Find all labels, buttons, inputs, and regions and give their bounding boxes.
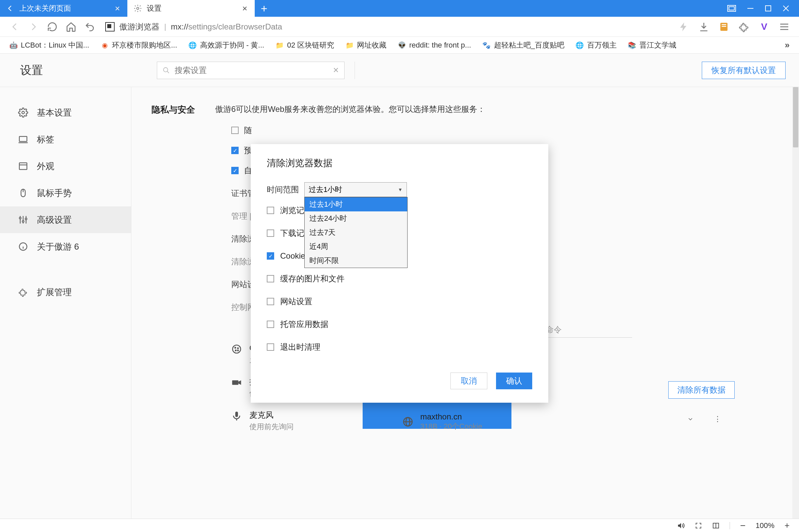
close-window-icon[interactable] xyxy=(782,5,789,12)
site-actions: ⋮ xyxy=(687,415,721,423)
sidebar-item-extensions[interactable]: 扩展管理 xyxy=(0,279,131,306)
tab-last-session[interactable]: 上次未关闭页面 × xyxy=(0,0,127,17)
globe-icon: 🌐 xyxy=(189,41,197,49)
folder-icon: 📁 xyxy=(276,41,283,49)
settings-search[interactable]: ✕ xyxy=(157,62,345,79)
svg-point-31 xyxy=(233,345,241,353)
addr-separator: | xyxy=(164,22,166,31)
svg-point-26 xyxy=(22,221,24,223)
bookmark-item[interactable]: 🤖LCBot：Linux 中国... xyxy=(10,40,89,50)
cancel-button[interactable]: 取消 xyxy=(450,373,487,389)
checkbox-icon[interactable] xyxy=(267,275,274,282)
time-range-select[interactable]: 过去1小时 ▼ 过去1小时 过去24小时 过去7天 近4周 时间不限 xyxy=(304,182,407,197)
sidebar-item-gestures[interactable]: 鼠标手势 xyxy=(0,179,131,206)
dlg-option-cache[interactable]: 缓存的图片和文件 xyxy=(267,273,532,284)
camera-icon xyxy=(231,377,242,388)
undo-nav-icon[interactable] xyxy=(85,21,95,32)
checkbox-icon[interactable] xyxy=(267,207,274,214)
dropdown-option[interactable]: 过去7天 xyxy=(305,226,407,240)
cookie-icon xyxy=(231,344,242,355)
clear-all-data-button[interactable]: 清除所有数据 xyxy=(668,381,735,399)
home-icon[interactable] xyxy=(66,21,76,32)
dropdown-option[interactable]: 时间不限 xyxy=(305,253,407,268)
flash-icon[interactable] xyxy=(679,21,689,32)
checkbox-icon[interactable] xyxy=(267,298,274,305)
svg-point-25 xyxy=(19,217,21,219)
checkbox-icon[interactable]: ✓ xyxy=(267,252,274,260)
bookmark-item[interactable]: 👽reddit: the front p... xyxy=(398,41,471,50)
zoom-out-icon[interactable]: − xyxy=(740,520,745,531)
section-title: 隐私与安全 xyxy=(151,104,195,116)
note-icon[interactable] xyxy=(719,21,729,32)
maxthon-logo-icon xyxy=(105,22,115,32)
dropdown-option[interactable]: 近4周 xyxy=(305,240,407,253)
sidebar-item-about[interactable]: 关于傲游 6 xyxy=(0,233,131,260)
bookmark-item[interactable]: ◉环京楼市限购地区... xyxy=(100,40,177,50)
option-row[interactable]: 随 xyxy=(231,125,779,136)
mouse-icon xyxy=(18,188,28,198)
clear-icon[interactable]: ✕ xyxy=(333,66,339,75)
restore-defaults-button[interactable]: 恢复所有默认设置 xyxy=(702,62,786,79)
svg-point-27 xyxy=(25,218,27,220)
sliders-icon xyxy=(18,215,28,225)
checkbox-icon[interactable]: ✓ xyxy=(231,167,239,174)
clear-data-dialog: 清除浏览器数据 时间范围 过去1小时 ▼ 过去1小时 过去24小时 过去7天 近… xyxy=(251,144,548,403)
statusbar: − 100% + xyxy=(0,519,799,532)
bookmark-item[interactable]: 🌐高效源于协同 - 黄... xyxy=(189,40,264,50)
search-input[interactable] xyxy=(174,66,328,75)
checkbox-icon[interactable] xyxy=(267,229,274,237)
bookmark-item[interactable]: 🐾超轻粘土吧_百度贴吧 xyxy=(483,40,564,50)
scrollbar[interactable] xyxy=(792,87,799,519)
download-icon[interactable] xyxy=(699,21,709,32)
minimize-icon[interactable] xyxy=(747,5,754,12)
dlg-option-exit[interactable]: 退出时清理 xyxy=(267,342,532,353)
sidebar-item-tabs[interactable]: 标签 xyxy=(0,126,131,153)
v-icon[interactable]: V xyxy=(759,21,769,32)
time-range-label: 时间范围 xyxy=(267,184,299,195)
panels-icon[interactable] xyxy=(727,5,736,12)
toolbar: 傲游浏览器 | mx://settings/clearBrowserData V xyxy=(0,17,799,37)
chevron-down-icon[interactable] xyxy=(687,415,694,423)
dropdown-option[interactable]: 过去1小时 xyxy=(305,197,407,211)
ok-button[interactable]: 确认 xyxy=(496,373,532,389)
bookmark-overflow-icon[interactable]: » xyxy=(785,40,789,50)
bookmark-item[interactable]: 📚晋江文学城 xyxy=(628,40,676,50)
zoom-in-icon[interactable]: + xyxy=(785,520,789,531)
volume-icon[interactable] xyxy=(677,521,685,530)
more-icon[interactable]: ⋮ xyxy=(714,415,721,423)
checkbox-icon[interactable] xyxy=(267,321,274,328)
maximize-icon[interactable] xyxy=(765,5,772,12)
site-row[interactable]: maxthon.cn318B · 20个Cookie xyxy=(402,412,482,432)
close-icon[interactable]: × xyxy=(241,3,249,14)
dlg-option-site[interactable]: 网站设置 xyxy=(267,296,532,307)
dropdown-option[interactable]: 过去24小时 xyxy=(305,211,407,226)
bookmark-item[interactable]: 📁网址收藏 xyxy=(346,40,386,50)
settings-sidebar: 基本设置 标签 外观 鼠标手势 高级设置 关于傲游 6 扩展管理 xyxy=(0,87,131,519)
laptop-icon xyxy=(18,134,28,145)
extension-icon[interactable] xyxy=(739,21,749,32)
dlg-option-hosted[interactable]: 托管应用数据 xyxy=(267,319,532,330)
close-icon[interactable]: × xyxy=(114,3,121,14)
cn-icon: ◉ xyxy=(100,41,109,49)
bookmark-item[interactable]: 🌐百万领主 xyxy=(576,40,617,50)
new-tab-button[interactable]: + xyxy=(255,2,274,15)
split-icon[interactable] xyxy=(712,522,720,529)
tab-settings[interactable]: 设置 × xyxy=(127,0,255,17)
search-icon xyxy=(163,66,170,74)
puzzle-icon xyxy=(18,287,28,297)
menu-icon[interactable] xyxy=(779,21,789,32)
bookmark-item[interactable]: 📁02 区块链研究 xyxy=(276,40,334,50)
app-name: 傲游浏览器 xyxy=(119,21,160,32)
sidebar-item-advanced[interactable]: 高级设置 xyxy=(0,206,131,233)
checkbox-icon[interactable] xyxy=(231,127,239,134)
scrollbar-thumb[interactable] xyxy=(793,87,798,147)
address-bar[interactable]: 傲游浏览器 | mx://settings/clearBrowserData xyxy=(103,21,670,32)
reload-icon[interactable] xyxy=(47,21,58,32)
checkbox-icon[interactable] xyxy=(267,343,274,351)
checkbox-icon[interactable]: ✓ xyxy=(231,147,239,154)
tab-title: 设置 xyxy=(147,3,236,13)
jj-icon: 📚 xyxy=(628,41,636,49)
sidebar-item-general[interactable]: 基本设置 xyxy=(0,99,131,126)
sidebar-item-appearance[interactable]: 外观 xyxy=(0,153,131,179)
fullscreen-icon[interactable] xyxy=(695,522,702,529)
